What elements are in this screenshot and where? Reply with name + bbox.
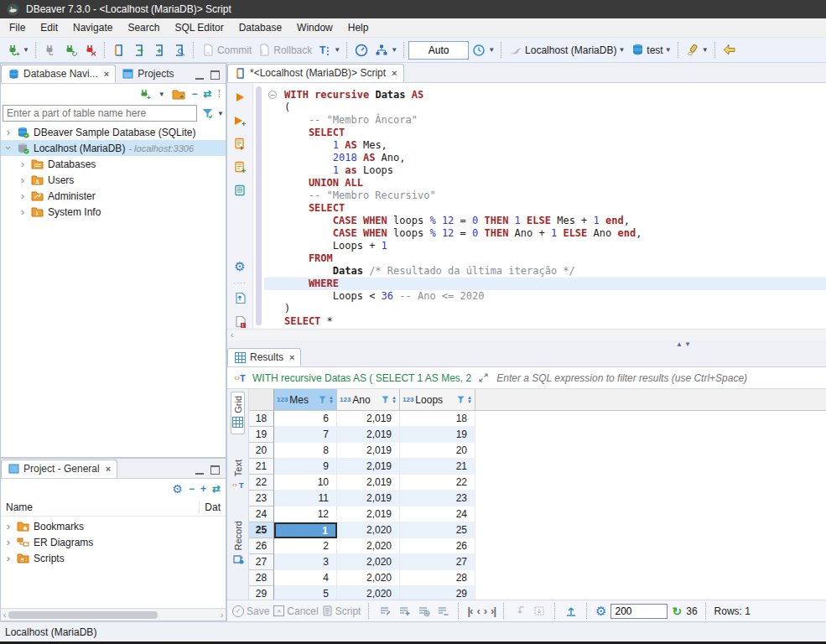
add-row-icon[interactable] [397, 604, 412, 618]
grid-cell[interactable]: 24 [400, 506, 475, 522]
grid-cell[interactable]: 20 [400, 443, 475, 459]
row-header[interactable]: 25 [249, 522, 274, 538]
code-line[interactable]: UNION ALL [264, 177, 826, 190]
menu-search[interactable]: Search [120, 19, 167, 36]
new-sql-editor-button[interactable] [149, 42, 169, 58]
grid-cell[interactable]: 2,020 [337, 538, 400, 554]
close-icon[interactable]: × [104, 69, 109, 79]
fetch-size-input[interactable] [610, 604, 668, 619]
code-line[interactable]: ) [264, 303, 826, 315]
code-line[interactable]: CASE WHEN loops % 12 = 0 THEN 1 ELSE Mes… [264, 215, 826, 227]
code-line[interactable]: Loops < 36 -- Ano <= 2020 [264, 290, 826, 303]
menu-navigate[interactable]: Navigate [65, 19, 120, 36]
row-header[interactable]: 19 [249, 427, 274, 443]
delete-row-icon[interactable] [435, 604, 450, 618]
menu-edit[interactable]: Edit [33, 19, 65, 36]
editor-hscrollbar[interactable]: ‹ [227, 329, 826, 340]
export-result-icon[interactable] [232, 291, 247, 305]
collapse-all-icon[interactable]: − [192, 88, 198, 100]
fold-marker-icon[interactable]: − [268, 91, 277, 99]
minimize-icon[interactable] [195, 71, 204, 80]
maximize-icon[interactable] [210, 465, 220, 475]
rollback-button[interactable]: Rollback [254, 42, 314, 58]
grid-cell[interactable]: 26 [400, 538, 475, 554]
grid-cell[interactable]: 28 [400, 570, 475, 586]
grid-cell[interactable]: 1 [274, 522, 337, 538]
grid-cell[interactable]: 6 [274, 411, 337, 427]
new-folder-icon[interactable]: + [171, 87, 186, 101]
grid-corner[interactable] [249, 389, 274, 410]
code-line[interactable]: SELECT [264, 202, 826, 215]
sql-console-button[interactable] [169, 42, 190, 58]
chevron-icon[interactable]: › [3, 144, 15, 153]
grid-cell[interactable]: 2,020 [337, 586, 400, 600]
fetch-next-page-icon[interactable] [512, 604, 527, 618]
network-button[interactable]: ▼ [371, 42, 400, 58]
tab-sql-script[interactable]: *<Localhost (MariaDB)> Script × [227, 64, 404, 82]
filter-expression-input[interactable] [495, 371, 822, 385]
fetch-all-rows-icon[interactable] [532, 604, 547, 618]
view-menu-icon[interactable]: ⁞ [218, 88, 221, 100]
code-line[interactable]: -- "Membro Recursivo" [264, 190, 826, 202]
project-item-bookmarks[interactable]: ›Bookmarks [1, 518, 226, 534]
recent-sql-editor-button[interactable] [129, 42, 149, 58]
maximize-icon[interactable] [210, 70, 220, 80]
grid-cell[interactable]: 7 [274, 427, 337, 443]
sort-icon[interactable]: ▲▼ [329, 396, 334, 404]
column-name-header[interactable]: Name [6, 501, 33, 513]
menu-file[interactable]: File [2, 19, 33, 36]
commit-mode-input[interactable] [408, 41, 469, 60]
code-line[interactable]: −WITH recursive Datas AS [264, 89, 826, 101]
row-header[interactable]: 27 [249, 554, 274, 570]
tree-item-localhost-mariadb[interactable]: ›Localhost (MariaDB) - localhost:3306 [1, 140, 226, 156]
grid-cell[interactable]: 4 [274, 570, 337, 586]
code-line[interactable]: SELECT * [264, 315, 826, 328]
chevron-down-icon[interactable]: ▼ [217, 110, 224, 117]
save-button[interactable]: ✓Save [232, 605, 269, 617]
project-item-er-diagrams[interactable]: ›ER Diagrams [1, 534, 226, 550]
filter-funnel-icon[interactable] [318, 392, 327, 407]
grid-cell[interactable]: 2,019 [337, 491, 400, 506]
row-header[interactable]: 26 [249, 538, 274, 554]
scroll-left-icon[interactable]: ‹ [231, 330, 233, 340]
column-header-loops[interactable]: 123Loops▲▼ [400, 389, 475, 410]
grid-cell[interactable]: 11 [274, 491, 337, 506]
link-editor-icon[interactable]: ⇄ [204, 88, 212, 100]
grid-cell[interactable]: 12 [274, 506, 337, 522]
side-tab-grid[interactable]: Grid [231, 392, 245, 434]
cancel-button[interactable]: ×Cancel [273, 605, 318, 617]
editor-results-sash[interactable]: ▲▼ [227, 340, 826, 347]
sort-icon[interactable]: ▲▼ [467, 396, 472, 404]
chevron-icon[interactable]: › [18, 190, 27, 202]
grid-cell[interactable]: 2,020 [337, 570, 400, 586]
collapse-all-icon[interactable]: − [189, 483, 195, 495]
filter-funnel-icon[interactable] [456, 392, 465, 407]
project-hscrollbar[interactable]: ‹ › [1, 608, 226, 621]
script-button[interactable]: Script [323, 604, 361, 618]
back-button[interactable]: * [720, 42, 740, 58]
code-line[interactable]: ( [264, 101, 826, 114]
new-connection-small-icon[interactable]: + [138, 87, 153, 101]
filter-funnel-icon[interactable] [200, 106, 215, 121]
grid-cell[interactable]: 27 [400, 554, 475, 570]
sort-icon[interactable]: ▲▼ [392, 396, 397, 404]
code-line[interactable]: 1 as Loops [264, 164, 826, 177]
row-header[interactable]: 28 [249, 570, 274, 586]
scroll-left-icon[interactable]: ‹ [3, 610, 6, 620]
tree-item-dbeaver-sample-database-sqlite[interactable]: ›DBeaver Sample Database (SQLite) [1, 124, 226, 140]
grid-cell[interactable]: 9 [274, 459, 337, 475]
chevron-icon[interactable]: › [4, 536, 13, 548]
side-tab-text[interactable]: Text‹›T [231, 456, 245, 496]
first-row-button[interactable]: |‹ [467, 605, 472, 617]
code-line[interactable]: FROM [264, 252, 826, 265]
previous-row-button[interactable]: ‹ [476, 605, 479, 617]
side-tab-record[interactable]: Record [231, 517, 245, 570]
row-header[interactable]: 21 [249, 459, 274, 475]
row-header[interactable]: 22 [249, 475, 274, 491]
gear-icon[interactable]: ⚙ [234, 259, 245, 274]
gear-icon[interactable]: ⚙ [172, 482, 183, 496]
menu-help[interactable]: Help [340, 19, 377, 36]
scroll-thumb[interactable] [8, 611, 158, 619]
chevron-icon[interactable]: › [18, 158, 27, 170]
commit-button[interactable]: Commit [198, 42, 254, 58]
